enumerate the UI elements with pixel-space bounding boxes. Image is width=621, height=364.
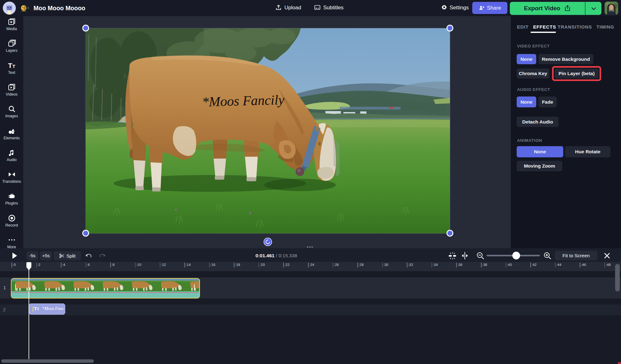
svg-text:T: T — [8, 62, 12, 70]
svg-text:T: T — [12, 64, 15, 69]
svg-text:*Moos Fancily: *Moos Fancily — [202, 92, 284, 110]
